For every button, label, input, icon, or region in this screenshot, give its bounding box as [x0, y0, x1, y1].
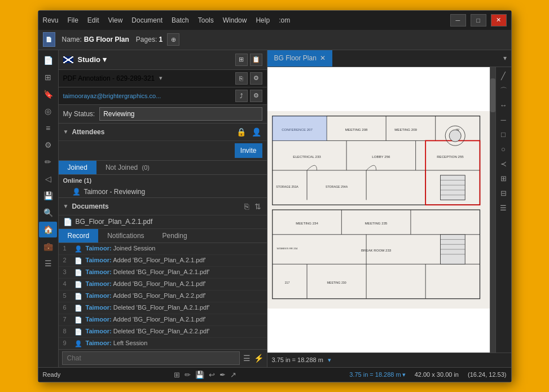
floor-plan-svg: CONFERENCE 207 MEETING 208 MEETING 209 W…	[267, 67, 490, 353]
log-num-6: 6	[63, 304, 71, 311]
log-num-9: 9	[63, 340, 71, 346]
online-label: Online (1)	[59, 175, 267, 186]
rt-ruler-icon[interactable]: ☰	[497, 201, 510, 215]
viewer-scrollbar[interactable]	[490, 67, 495, 353]
session-copy-icon[interactable]: ⎘	[235, 72, 248, 85]
doc-tab-close-icon[interactable]: ✕	[320, 54, 326, 62]
doc-list-item: 📄 BG_Floor_Plan_A.2.1.pdf	[59, 215, 267, 229]
maximize-button[interactable]: □	[471, 14, 486, 27]
email-icon-2[interactable]: ⚙	[250, 90, 262, 102]
doc-tab-bg[interactable]: BG Floor Plan ✕	[267, 50, 332, 67]
sidebar-btn-layers[interactable]: ≡	[39, 120, 57, 136]
session-settings-icon[interactable]: ⚙	[250, 72, 262, 85]
sidebar-btn-grid[interactable]: ⊞	[39, 69, 57, 85]
log-item-6: 6 📄 Taimoor: Deleted 'BG_Floor_Plan_A.2.…	[59, 302, 267, 314]
log-item-8: 8 📄 Taimoor: Deleted 'BG_Floor_Plan_A.2.…	[59, 326, 267, 338]
log-action-5: Added 'BG_Floor_Plan_A.2.2.pdf'	[113, 292, 205, 299]
footer-edit-icon[interactable]: ✏	[185, 371, 191, 379]
chat-input[interactable]	[62, 351, 240, 365]
sidebar-btn-studio[interactable]: 🏠	[39, 222, 57, 237]
footer-grid-icon[interactable]: ⊞	[174, 371, 180, 379]
footer-scale-label[interactable]: 3.75 in = 18.288 m ▾	[349, 371, 405, 378]
doc-tab-menu[interactable]: ▾	[499, 54, 511, 62]
attendees-person-add-icon[interactable]: 👤	[251, 126, 262, 138]
tab-record[interactable]: Record	[59, 229, 99, 243]
chat-filter-icon[interactable]: ⚡	[254, 354, 263, 363]
chat-list-icon[interactable]: ☰	[243, 354, 251, 363]
menu-document[interactable]: Document	[131, 16, 162, 24]
session-id: PDF Annotation - 629-289-321	[63, 74, 155, 82]
session-dropdown[interactable]: ▾	[159, 74, 162, 82]
rt-rect-icon[interactable]: □	[497, 128, 510, 142]
studio-grid-icon[interactable]: ⊞	[235, 54, 248, 66]
log-user-3: Taimoor:	[86, 268, 112, 275]
menu-revu[interactable]: Revu	[43, 16, 59, 24]
menu-window[interactable]: Window	[223, 16, 247, 24]
footer-undo-icon[interactable]: ↩	[209, 371, 215, 379]
sidebar-btn-search[interactable]: 🔍	[39, 205, 57, 221]
doc-add-icon[interactable]: ⎘	[243, 201, 250, 212]
scale-chevron[interactable]: ▾	[402, 371, 406, 378]
toolbar-icon-1[interactable]: ⊕	[167, 33, 179, 46]
close-button[interactable]: ✕	[491, 14, 507, 27]
svg-rect-40	[440, 175, 465, 200]
blueprint-canvas: CONFERENCE 207 MEETING 208 MEETING 209 W…	[267, 67, 490, 353]
doc-sort-icon[interactable]: ⇅	[253, 201, 262, 212]
rt-measure-icon[interactable]: ↔	[497, 99, 510, 112]
sidebar-btn-list[interactable]: ☰	[39, 256, 57, 271]
log-action-3: Deleted 'BG_Floor_Plan_A.2.1.pdf'	[113, 268, 210, 275]
email-icon-1[interactable]: ⤴	[235, 90, 248, 102]
rt-cloud-icon[interactable]: ≺	[497, 157, 510, 171]
footer-save-icon[interactable]: 💾	[195, 371, 204, 379]
footer-arrow-icon[interactable]: ↗	[230, 371, 236, 379]
menu-edit[interactable]: Edit	[87, 16, 99, 24]
tab-not-joined[interactable]: Not Joined (0)	[96, 161, 159, 174]
invite-button[interactable]: Invite	[235, 143, 262, 158]
rt-expand-icon[interactable]: ⊞	[497, 172, 510, 186]
minimize-button[interactable]: ─	[450, 14, 466, 27]
documents-chevron[interactable]: ▼	[63, 203, 69, 209]
log-action-9: Left Session	[113, 340, 148, 346]
menu-tools[interactable]: Tools	[198, 16, 214, 24]
studio-dropdown-arrow[interactable]: ▾	[103, 55, 107, 64]
log-item-4: 4 📄 Taimoor: Added 'BG_Floor_Plan_A.2.1.…	[59, 279, 267, 290]
footer-pen-icon[interactable]: ✒	[219, 371, 226, 379]
tab-pending[interactable]: Pending	[153, 229, 196, 243]
sidebar-btn-save[interactable]: 💾	[39, 188, 57, 204]
doc-viewer: BG Floor Plan ✕ ▾	[267, 50, 511, 367]
sidebar-btn-briefcase[interactable]: 💼	[39, 239, 57, 254]
menu-file[interactable]: File	[68, 16, 78, 24]
attendees-chevron[interactable]: ▼	[63, 129, 69, 135]
sidebar-btn-markup[interactable]: ✏	[39, 154, 57, 170]
app-window: Revu File Edit View Document Batch Tools…	[38, 10, 512, 382]
rt-collapse-icon[interactable]: ⊟	[497, 187, 510, 200]
sidebar-btn-bookmark[interactable]: 🔖	[39, 86, 57, 102]
attendees-lock-icon[interactable]: 🔒	[235, 126, 247, 138]
left-icon-sidebar: 📄 ⊞ 🔖 ◎ ≡ ⚙ ✏ ◁ 💾 🔍 🏠 💼 ☰	[38, 50, 59, 367]
rt-arrow-icon[interactable]: ╱	[497, 69, 510, 83]
log-icon-6: 📄	[74, 305, 82, 312]
studio-session-icon[interactable]: 📋	[250, 54, 262, 66]
scale-dropdown[interactable]: ▾	[328, 356, 331, 364]
log-action-4: Added 'BG_Floor_Plan_A.2.1.pdf'	[113, 280, 205, 287]
menu-help[interactable]: Help	[256, 16, 270, 24]
sidebar-btn-settings[interactable]: ⚙	[39, 137, 57, 153]
rt-curve-icon[interactable]: ⌒	[497, 84, 510, 98]
sidebar-btn-arrow[interactable]: ◁	[39, 171, 57, 187]
menu-com[interactable]: :om	[279, 16, 290, 24]
log-user-1: Taimoor:	[86, 245, 112, 252]
log-icon-4: 📄	[74, 281, 82, 288]
tab-notifications[interactable]: Notifications	[98, 229, 153, 243]
svg-text:ELECTRICAL 233: ELECTRICAL 233	[293, 155, 321, 158]
sidebar-btn-map[interactable]: ◎	[39, 103, 57, 119]
status-dropdown[interactable]: ReviewingApprovedCompleted	[99, 107, 262, 121]
footer-right: 3.75 in = 18.288 m ▾ 42.00 x 30.00 in (1…	[349, 371, 506, 378]
menu-view[interactable]: View	[108, 16, 123, 24]
rt-line-icon[interactable]: ─	[497, 113, 510, 127]
log-icon-7: 📄	[74, 316, 82, 324]
not-joined-badge: (0)	[142, 164, 150, 171]
sidebar-btn-doc[interactable]: 📄	[39, 52, 57, 68]
menu-batch[interactable]: Batch	[172, 16, 189, 24]
tab-joined[interactable]: Joined	[59, 161, 96, 174]
rt-circle-icon[interactable]: ○	[497, 143, 510, 156]
